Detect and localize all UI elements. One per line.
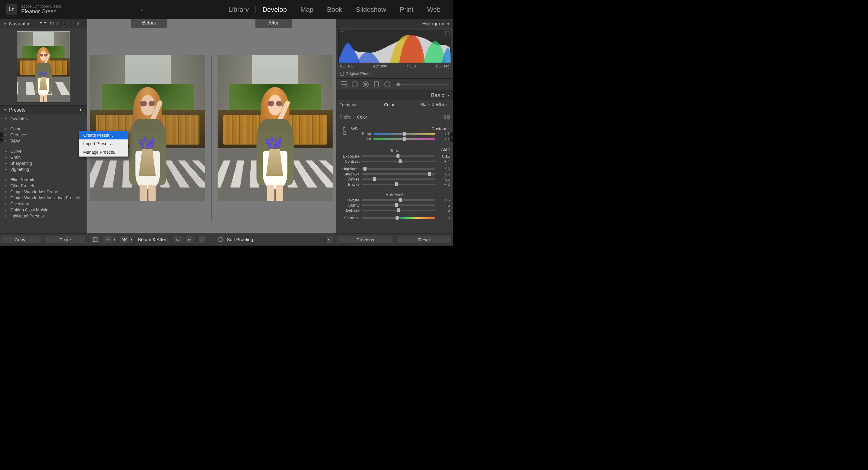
navigator-zoom[interactable]: FIT FILL 1:1 1:8 ▾ [40, 22, 83, 26]
preset-group[interactable]: Color [4, 126, 87, 132]
highlights-label: Highlights [340, 167, 360, 171]
reference-view-button[interactable]: R|A [103, 236, 112, 243]
crop-tool-icon[interactable] [340, 81, 347, 88]
tint-slider[interactable] [373, 138, 435, 140]
preset-group[interactable]: Golden Glow Mobile_ [4, 207, 87, 213]
dehaze-slider[interactable] [362, 210, 435, 211]
exposure-value[interactable]: − 0.15 [438, 154, 450, 159]
copy-after-to-before-button[interactable]: ⇤ [185, 236, 194, 243]
swap-before-after-button[interactable]: ⇆ [173, 236, 182, 243]
module-print[interactable]: Print [393, 6, 420, 13]
menu-import-presets[interactable]: Import Presets... [79, 139, 128, 148]
profile-browser-icon[interactable] [444, 114, 450, 120]
vibrance-slider[interactable] [362, 217, 435, 219]
highlights-slider[interactable] [362, 168, 435, 170]
module-web[interactable]: Web [421, 6, 447, 13]
wb-dropdown[interactable]: Custom ⇅ [432, 127, 450, 131]
copy-settings-button[interactable]: Copy... [2, 236, 41, 244]
navigator-header[interactable]: ▼ Navigator FIT FILL 1:1 1:8 ▾ [0, 19, 87, 28]
preset-group[interactable]: B&W [4, 138, 87, 144]
contrast-value[interactable]: + 4 [438, 159, 450, 164]
module-map[interactable]: Map [294, 6, 320, 13]
presets-list[interactable]: Favorites Color Creative B&W Curve Grain… [0, 114, 87, 234]
highlights-value[interactable]: − 92 [438, 167, 450, 171]
clarity-slider[interactable] [362, 204, 435, 206]
preset-group[interactable]: Sharpening [4, 160, 87, 166]
top-panel-toggle-icon[interactable]: ▴ [61, 7, 221, 12]
original-photo-checkbox[interactable] [340, 72, 344, 76]
treatment-color-button[interactable]: Color [381, 102, 397, 108]
before-after-view-dropdown[interactable]: ▾ [129, 236, 134, 243]
navigator-thumbnail[interactable] [17, 31, 70, 102]
after-label: After [255, 19, 292, 28]
soft-proofing-checkbox[interactable] [218, 237, 223, 242]
after-image[interactable] [218, 55, 333, 201]
left-panel-toggle-icon[interactable]: ◂ [0, 132, 3, 141]
reset-button[interactable]: Reset [397, 236, 452, 244]
right-panel-toggle-icon[interactable]: ▸ [451, 132, 453, 141]
spot-removal-tool-icon[interactable] [351, 81, 358, 88]
texture-slider[interactable] [362, 199, 435, 201]
vibrance-value[interactable]: − 3 [438, 216, 450, 220]
before-image[interactable] [90, 55, 205, 201]
white-balance-dropper-icon[interactable] [338, 125, 350, 137]
preset-group[interactable]: Grain [4, 154, 87, 160]
temp-value[interactable]: + 1 [438, 132, 450, 136]
graduated-filter-tool-icon[interactable] [373, 81, 380, 88]
highlight-clipping-icon[interactable] [445, 31, 450, 35]
module-develop[interactable]: Develop [256, 6, 293, 13]
basic-panel-header[interactable]: Basic ▼ [336, 91, 453, 100]
profile-dropdown[interactable]: Color ⇅ [357, 114, 370, 120]
temp-slider[interactable] [373, 133, 435, 135]
preset-group[interactable]: Favorites [4, 115, 87, 122]
menu-manage-presets[interactable]: Manage Presets... [79, 148, 128, 156]
collapse-icon: ▼ [447, 94, 450, 97]
before-after-view-button[interactable]: Y|Y [120, 236, 129, 243]
copy-before-to-after-button[interactable]: ⤢ [197, 236, 207, 243]
whites-slider[interactable] [362, 178, 435, 180]
module-library[interactable]: Library [222, 6, 255, 13]
histogram-metadata: ISO 160 4.25 mm f / 1.8 1/50 sec [336, 63, 453, 70]
menu-create-preset[interactable]: Create Preset... [79, 131, 128, 139]
texture-value[interactable]: + 6 [438, 198, 450, 202]
preset-group[interactable]: Individual Presets [4, 213, 87, 219]
red-eye-tool-icon[interactable] [362, 81, 369, 88]
presets-title: Presets [9, 107, 25, 113]
toolbar-options-dropdown[interactable]: ▾ [326, 236, 332, 243]
preset-group[interactable]: Filter Presets [4, 183, 87, 189]
histogram[interactable] [338, 30, 451, 63]
tint-value[interactable]: + 1 [438, 137, 450, 141]
preset-group[interactable]: Giveaway [4, 201, 87, 207]
radial-filter-tool-icon[interactable] [384, 81, 391, 88]
shadow-clipping-icon[interactable] [340, 31, 344, 35]
histogram-header[interactable]: Histogram ▼ [336, 19, 453, 28]
blacks-slider[interactable] [362, 183, 435, 185]
treatment-bw-button[interactable]: Black & White [417, 102, 450, 108]
preset-group[interactable]: Ellie Portraits [4, 177, 87, 183]
shadows-slider[interactable] [362, 173, 435, 175]
preset-group[interactable]: Creative [4, 132, 87, 138]
whites-value[interactable]: − 66 [438, 177, 450, 181]
paste-settings-button[interactable]: Paste [45, 236, 85, 244]
preset-group[interactable]: Ginger Wanderlust Individual Presets [4, 195, 87, 201]
add-preset-button[interactable]: + [78, 107, 83, 113]
blacks-value[interactable]: − 6 [438, 182, 450, 187]
auto-tone-button[interactable]: Auto [441, 147, 450, 152]
clarity-value[interactable]: − 5 [438, 203, 450, 207]
exposure-slider[interactable] [362, 156, 435, 157]
loupe-view-button[interactable] [91, 236, 100, 243]
dehaze-label: Dehaze [340, 208, 360, 213]
presets-header[interactable]: ▼ Presets + [0, 105, 87, 114]
reference-view-dropdown[interactable]: ▾ [113, 236, 117, 243]
module-slideshow[interactable]: Slideshow [349, 6, 393, 13]
preset-group[interactable]: Ginger Wanderlust Drone [4, 189, 87, 195]
basic-title: Basic [431, 92, 444, 99]
contrast-slider[interactable] [362, 161, 435, 162]
shadows-value[interactable]: + 85 [438, 172, 450, 176]
module-book[interactable]: Book [320, 6, 349, 13]
previous-button[interactable]: Previous [338, 236, 393, 244]
preset-group[interactable]: Curve [4, 148, 87, 154]
mask-slider[interactable] [397, 84, 449, 85]
dehaze-value[interactable]: 0 [438, 208, 450, 213]
preset-group[interactable]: Vignetting [4, 166, 87, 172]
